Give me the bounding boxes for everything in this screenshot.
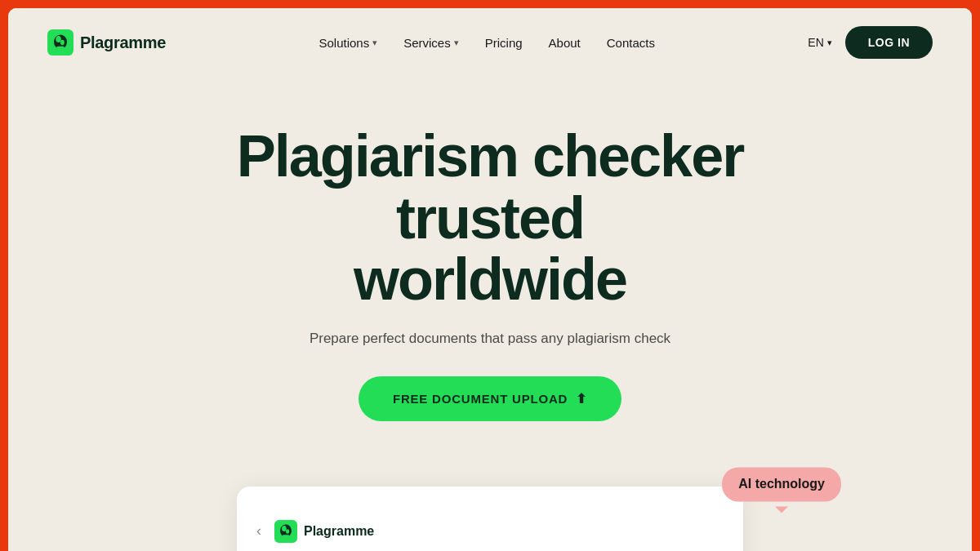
hero-title: Plagiarism checker trusted worldwide <box>163 126 817 311</box>
nav-label-contacts: Contacts <box>607 36 655 50</box>
login-button[interactable]: LOG IN <box>845 26 933 59</box>
svg-point-7 <box>282 526 287 531</box>
svg-point-9 <box>286 529 289 534</box>
logo[interactable]: Plagramme <box>47 29 166 56</box>
language-selector[interactable]: EN ▾ <box>808 36 831 49</box>
nav-item-about[interactable]: About <box>549 36 581 50</box>
svg-rect-8 <box>283 535 289 537</box>
chevron-down-icon: ▾ <box>454 38 459 48</box>
upload-icon: ⬆ <box>576 391 587 407</box>
nav-item-pricing[interactable]: Pricing <box>485 36 523 50</box>
back-icon[interactable]: ‹ <box>256 522 261 540</box>
nav-label-solutions: Solutions <box>318 36 369 50</box>
hero-section: Plagiarism checker trusted worldwide Pre… <box>8 77 972 454</box>
page-wrapper: Plagramme Solutions ▾ Services ▾ Pricing <box>8 8 972 551</box>
hero-subtitle: Prepare perfect documents that pass any … <box>41 331 939 347</box>
chevron-down-icon: ▾ <box>827 38 832 48</box>
chevron-down-icon: ▾ <box>372 38 377 48</box>
svg-point-2 <box>56 36 60 42</box>
nav-item-contacts[interactable]: Contacts <box>607 36 655 50</box>
upload-button-label: FREE DOCUMENT UPLOAD <box>393 392 568 406</box>
navbar: Plagramme Solutions ▾ Services ▾ Pricing <box>8 8 972 77</box>
nav-label-about: About <box>549 36 581 50</box>
nav-label-services: Services <box>403 36 451 50</box>
language-label: EN <box>808 36 823 49</box>
preview-logo: Plagramme <box>274 520 374 543</box>
ai-technology-bubble: AI technology <box>722 467 841 501</box>
nav-right: EN ▾ LOG IN <box>808 26 933 59</box>
svg-rect-3 <box>56 47 65 49</box>
preview-logo-text: Plagramme <box>304 524 374 539</box>
logo-icon <box>47 29 74 56</box>
preview-area: ‹ Plagramme AI technology <box>8 454 972 551</box>
upload-button[interactable]: FREE DOCUMENT UPLOAD ⬆ <box>359 376 621 421</box>
nav-item-services[interactable]: Services ▾ <box>403 36 459 50</box>
nav-label-pricing: Pricing <box>485 36 523 50</box>
svg-point-4 <box>60 40 65 45</box>
logo-text: Plagramme <box>80 33 166 52</box>
ai-bubble-label: AI technology <box>722 467 841 501</box>
app-preview-card: ‹ Plagramme AI technology <box>237 487 743 551</box>
nav-item-solutions[interactable]: Solutions ▾ <box>318 36 377 50</box>
preview-logo-icon <box>274 520 297 543</box>
nav-links: Solutions ▾ Services ▾ Pricing About <box>318 36 655 50</box>
